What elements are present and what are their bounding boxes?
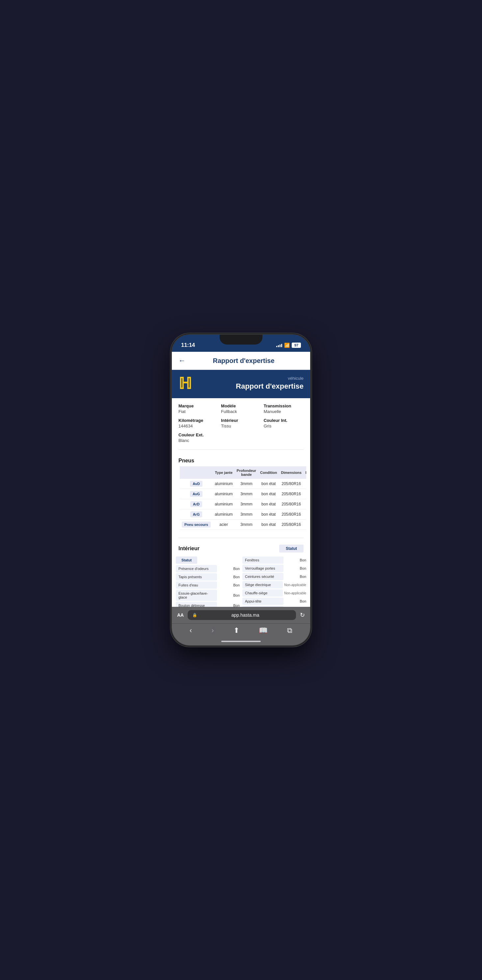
couleur-int-item: Couleur Int. Gris bbox=[264, 418, 303, 428]
pneu-dimensions: 205/80R16 bbox=[279, 489, 303, 499]
interior-item-label: Bouton détresse bbox=[176, 602, 217, 607]
table-row: ArG aluminium 3mmm bon état 205/80R16 Pi… bbox=[180, 509, 306, 520]
kilometrage-item: Kilométrage 144634 bbox=[179, 418, 218, 428]
list-item: Fenêtres Bon bbox=[242, 557, 306, 564]
status-bar: 11:14 📶 97 bbox=[172, 335, 310, 352]
transmission-value: Manuelle bbox=[264, 409, 303, 414]
interior-item-label: Fuites d'eau bbox=[176, 581, 217, 589]
pneu-position: ArG bbox=[180, 509, 213, 520]
interior-right-value: Non-applicable bbox=[284, 581, 306, 589]
status-time: 11:14 bbox=[181, 342, 195, 348]
forward-toolbar-button[interactable]: › bbox=[211, 626, 214, 635]
list-item: Bouton détresse Bon bbox=[176, 602, 240, 607]
interior-item-value: Bon bbox=[218, 573, 240, 581]
interieur-value: Tissu bbox=[221, 423, 261, 428]
interior-right-value: Bon bbox=[285, 598, 306, 605]
phone-frame: 11:14 📶 97 ← Rapport d'expertise ℍ bbox=[172, 335, 310, 645]
list-item: Fuites d'eau Bon bbox=[176, 581, 240, 589]
interior-right-label: Appui-tête bbox=[242, 598, 284, 605]
browser-url-text: app.hasta.ma bbox=[199, 612, 291, 618]
phone-content: ℍ véhicule Rapport d'expertise Marque Fi… bbox=[172, 370, 310, 607]
pneu-condition: bon état bbox=[258, 489, 279, 499]
pneus-col-profondeur: Profondeur bande bbox=[235, 466, 258, 479]
reload-button[interactable]: ↻ bbox=[300, 611, 305, 619]
transmission-label: Transmission bbox=[264, 404, 303, 408]
table-row: AvG aluminium 3mmm bon état 205/80R16 Pi… bbox=[180, 489, 306, 499]
couleur-int-value: Gris bbox=[264, 423, 303, 428]
pneu-type-jante: aluminium bbox=[213, 509, 235, 520]
pneu-fabricant: Pirelli bbox=[303, 509, 306, 520]
couleur-ext-item: Couleur Ext. Blanc bbox=[179, 433, 218, 443]
interior-right-label: Ceintures sécurité bbox=[242, 573, 284, 580]
statut-badge: Statut bbox=[279, 545, 303, 552]
logo-icon: ℍ bbox=[179, 376, 191, 391]
pneus-table: Type jante Profondeur bande Condition Di… bbox=[176, 466, 306, 530]
pneus-col-type-jante: Type jante bbox=[213, 466, 235, 479]
kilometrage-label: Kilométrage bbox=[179, 418, 218, 423]
interior-right-rows: Fenêtres Bon Verrouillage portes Bon Cei… bbox=[242, 557, 306, 607]
interior-left-header: Statut bbox=[176, 557, 240, 564]
back-button[interactable]: ← bbox=[179, 356, 186, 365]
interior-title: Intérieur bbox=[179, 546, 200, 552]
logo-container: ℍ bbox=[179, 376, 191, 391]
phone-scroll[interactable]: ℍ véhicule Rapport d'expertise Marque Fi… bbox=[172, 370, 310, 607]
pneu-position: AvG bbox=[180, 489, 213, 499]
pneus-col-condition: Condition bbox=[258, 466, 279, 479]
modele-item: Modèle Fullback bbox=[221, 404, 261, 414]
back-toolbar-button[interactable]: ‹ bbox=[190, 626, 192, 635]
tabs-button[interactable]: ⧉ bbox=[287, 626, 292, 635]
pneu-type-jante: aluminium bbox=[213, 479, 235, 489]
pneus-table-wrap: Type jante Profondeur bande Condition Di… bbox=[172, 466, 310, 534]
interior-right-value: Non-applicable bbox=[284, 590, 306, 597]
pneu-fabricant: Pirelli bbox=[303, 520, 306, 530]
pneu-fabricant: Pirelli bbox=[303, 479, 306, 489]
list-item: Dégivrage arrière Bon bbox=[242, 606, 306, 607]
pneu-fabricant: Pirelli bbox=[303, 489, 306, 499]
pneus-col-dimensions: Dimensions bbox=[279, 466, 303, 479]
table-row: Pneu secours acier 3mmm bon état 205/80R… bbox=[180, 520, 306, 530]
modele-label: Modèle bbox=[221, 404, 261, 408]
interior-item-value: Bon bbox=[218, 581, 240, 589]
vehicle-info-section: Marque Fiat Modèle Fullback Transmission… bbox=[172, 398, 310, 445]
pneu-type-jante: aluminium bbox=[213, 489, 235, 499]
marque-item: Marque Fiat bbox=[179, 404, 218, 414]
browser-url-bar[interactable]: 🔒 app.hasta.ma bbox=[188, 610, 296, 620]
interior-col-right: Fenêtres Bon Verrouillage portes Bon Cei… bbox=[242, 557, 306, 607]
pneu-type-jante: aluminium bbox=[213, 499, 235, 509]
interior-left-statut-header: Statut bbox=[176, 557, 197, 564]
bookmarks-button[interactable]: 📖 bbox=[259, 626, 268, 635]
status-icons: 📶 97 bbox=[276, 342, 301, 348]
share-button[interactable]: ⬆ bbox=[233, 626, 239, 635]
pneu-profondeur: 3mmm bbox=[235, 479, 258, 489]
interior-right-label: Fenêtres bbox=[242, 557, 284, 564]
nav-header: ← Rapport d'expertise bbox=[172, 352, 310, 370]
pneu-condition: bon état bbox=[258, 499, 279, 509]
interior-item-value: Bon bbox=[218, 592, 240, 599]
list-item: Verrouillage portes Bon bbox=[242, 565, 306, 572]
pneu-dimensions: 205/80R16 bbox=[279, 499, 303, 509]
pneu-dimensions: 205/80R16 bbox=[279, 520, 303, 530]
interior-item-label: Essuie-glace/lave-glace bbox=[176, 590, 217, 601]
interior-right-label: Siège électrique bbox=[242, 581, 283, 589]
list-item: Essuie-glace/lave-glace Bon bbox=[176, 590, 240, 601]
interieur-item: Intérieur Tissu bbox=[221, 418, 261, 428]
pneu-type-jante: acier bbox=[213, 520, 235, 530]
interior-item-value: Bon bbox=[218, 602, 240, 607]
pneu-profondeur: 3mmm bbox=[235, 489, 258, 499]
list-item: Ceintures sécurité Bon bbox=[242, 573, 306, 580]
signal-bars-icon bbox=[276, 343, 282, 347]
nav-title: Rapport d'expertise bbox=[191, 357, 296, 364]
browser-aa[interactable]: AA bbox=[177, 612, 184, 618]
list-item: Appui-tête Bon bbox=[242, 598, 306, 605]
vehicle-info-grid: Marque Fiat Modèle Fullback Transmission… bbox=[179, 404, 303, 443]
couleur-ext-value: Blanc bbox=[179, 438, 218, 443]
interior-right-value: Bon bbox=[285, 557, 306, 564]
pneu-condition: bon état bbox=[258, 479, 279, 489]
interior-section-header: Intérieur Statut bbox=[172, 542, 310, 555]
interior-col-left: Statut Présence d'odeurs Bon Tapis prése… bbox=[176, 557, 240, 607]
header-right: véhicule Rapport d'expertise bbox=[236, 376, 303, 391]
vehicule-label: véhicule bbox=[236, 376, 303, 381]
interior-two-col: Statut Présence d'odeurs Bon Tapis prése… bbox=[172, 557, 310, 607]
pneu-condition: bon état bbox=[258, 509, 279, 520]
interior-right-value: Bon bbox=[285, 565, 306, 572]
